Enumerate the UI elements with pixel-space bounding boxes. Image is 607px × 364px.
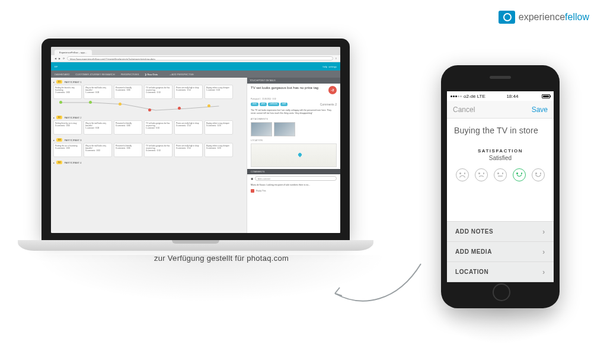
touchpoint-card[interactable]: TV set looks gorgeous but has no price t… (144, 85, 172, 99)
brand-logo: experiencefellow (499, 11, 589, 24)
phone-device: o2-de LTE 18:44 Cancel Save Buying the T… (441, 65, 560, 308)
add-perspective-button[interactable]: + ADD PERSPECTIVE (170, 73, 194, 76)
lane-tag: 04 (56, 161, 62, 164)
save-button[interactable]: Save (532, 106, 548, 114)
comment-row: Maria de Souza: Looking into point of sa… (247, 183, 340, 188)
tag[interactable]: store (251, 103, 258, 106)
forward-icon[interactable]: ▶ (59, 57, 60, 60)
details-header: TOUCHPOINT DETAILS (247, 78, 340, 84)
clock: 18:44 (506, 94, 518, 99)
brand-name-bold: fellow (565, 12, 589, 22)
topbar-link-settings[interactable]: settings (328, 65, 337, 68)
entry-title-input[interactable]: Buying the TV in store (454, 126, 547, 135)
subnav-perspectives[interactable]: PERSPECTIVES (121, 73, 139, 76)
touchpoint-card[interactable]: Buying online is way cheaper0 comments ·… (205, 120, 233, 135)
journey-lanes: ▸ 01 PARTICIPANT 1 Finding the brand is … (51, 78, 247, 233)
chevron-right-icon: › (542, 247, 545, 256)
details-panel: TOUCHPOINT DETAILS TV set looks gorgeous… (247, 78, 340, 233)
lane-tag: 03 (56, 138, 62, 142)
face-very-happy-icon[interactable] (532, 168, 545, 181)
lane-toggle-icon[interactable]: ▸ (53, 116, 55, 119)
add-media-row[interactable]: ADD MEDIA› (447, 242, 554, 262)
touchpoint-card[interactable]: Parking the car is frustrating0 comments… (53, 143, 82, 157)
comments-count: Comments 2 (320, 103, 337, 106)
face-neutral-icon[interactable] (494, 168, 507, 181)
phone-shadow (435, 308, 566, 344)
signal-icon (451, 95, 462, 97)
lane: ▸ 03 PARTICIPANT 3 Parking the car is fr… (53, 138, 244, 157)
location-label: LOCATION (455, 269, 488, 275)
watermark-text: zur Verfügung gestellt für photaq.com (154, 254, 289, 263)
lane-title: PARTICIPANT 4 (64, 161, 81, 164)
menu-icon[interactable]: ≡ (336, 57, 337, 60)
touchpoint-card[interactable]: Finding the brand is very frustrating2 c… (53, 85, 82, 99)
touchpoint-card[interactable]: Prices are really high in shop0 comments… (174, 85, 203, 99)
touchpoint-card[interactable]: Buying online is way cheaper0 comments ·… (205, 143, 233, 157)
lane: ▸ 01 PARTICIPANT 1 Finding the brand is … (53, 80, 244, 112)
satisfaction-score-badge: -2 (328, 86, 337, 94)
mood-sparkline (55, 100, 244, 112)
nav-bar: Cancel Save (447, 101, 554, 119)
phone-body: Buying the TV in store SATISFACTION Sati… (447, 119, 554, 221)
url-field[interactable]: https://app.experiencefellow.com/#!/stor… (67, 56, 333, 60)
satisfaction-label: SATISFACTION (454, 148, 547, 154)
touchpoint-card[interactable]: Prices are really high in shop0 comments… (174, 120, 203, 135)
lane-toggle-icon[interactable]: ▸ (53, 161, 55, 164)
face-sad-icon[interactable] (475, 168, 488, 181)
tag[interactable]: confusion (268, 103, 279, 106)
back-icon[interactable]: ◀ (55, 57, 56, 60)
touchpoint-card[interactable]: TV set looks gorgeous but has no price t… (144, 143, 172, 157)
attachment-thumb[interactable] (251, 122, 272, 136)
add-notes-row[interactable]: ADD NOTES› (447, 222, 554, 242)
brand-name: experiencefellow (519, 12, 589, 23)
tag[interactable]: price (260, 103, 267, 106)
lane-tag: 02 (56, 116, 62, 119)
breadcrumb: ❯ Raw Data (145, 73, 158, 76)
lane-title: PARTICIPANT 2 (64, 116, 81, 119)
touchpoint-card[interactable]: Getting there by car is easy0 comments ·… (53, 120, 82, 135)
brand-badge-icon (499, 11, 515, 24)
subnav-dashboard[interactable]: DASHBOARD (55, 73, 69, 76)
add-media-label: ADD MEDIA (455, 248, 492, 255)
topbar-link-help[interactable]: help (322, 65, 327, 68)
touchpoint-card[interactable]: Personnel is friendly0 comments · 0:06 (114, 120, 142, 135)
add-notes-label: ADD NOTES (455, 228, 493, 235)
details-description: The TV set looks impressive but I am rea… (247, 107, 340, 117)
browser-tabstrip: ExperienceFellow – app… (51, 47, 340, 55)
app-logo[interactable]: EF (55, 65, 57, 68)
touchpoint-card[interactable]: Personnel is friendly0 comments · 0:06 (114, 143, 142, 157)
cancel-button[interactable]: Cancel (453, 106, 475, 114)
touchpoint-card[interactable]: Way to the mall looks very beautiful1 co… (84, 120, 112, 135)
touchpoint-card[interactable]: TV set looks gorgeous but has no price t… (144, 120, 172, 135)
details-title: TV set looks gorgeous but has no price t… (251, 86, 326, 90)
subnav-research[interactable]: CUSTOMER JOURNEY RESEARCH (75, 73, 114, 76)
browser-window: ExperienceFellow – app… ◀ ▶ ⟳ https://ap… (51, 47, 340, 233)
touchpoint-card[interactable]: Personnel is friendly0 comments · 0:06 (114, 85, 142, 99)
attachment-thumb[interactable] (274, 122, 295, 136)
lane-toggle-icon[interactable]: ▸ (53, 139, 55, 142)
location-map[interactable] (251, 143, 337, 167)
touchpoint-card[interactable]: Buying online is way cheaper1 comment · … (205, 85, 233, 99)
touchpoint-card[interactable]: Way to the mall looks very beautiful1 co… (84, 85, 112, 99)
touchpoint-card[interactable]: Prices are really high in shop0 comments… (174, 143, 203, 157)
avatar-icon: ◉ (251, 177, 253, 180)
satisfaction-value: Satisfied (454, 155, 547, 161)
lane: ▸ 02 PARTICIPANT 2 Getting there by car … (53, 116, 244, 135)
browser-toolbar: ◀ ▶ ⟳ https://app.experiencefellow.com/#… (51, 55, 340, 62)
phone-screen: o2-de LTE 18:44 Cancel Save Buying the T… (447, 91, 554, 282)
reply-icon (251, 189, 254, 193)
lane-title: PARTICIPANT 1 (64, 81, 81, 84)
face-very-sad-icon[interactable] (456, 168, 469, 181)
lane-toggle-icon[interactable]: ▸ (53, 81, 55, 84)
location-row[interactable]: LOCATION› (447, 262, 554, 282)
face-happy-icon[interactable] (513, 168, 526, 181)
add-comment-input[interactable]: Add a comment (255, 176, 337, 181)
location-label: LOCATION (247, 138, 340, 142)
touchpoint-card[interactable]: Way to the mall looks very beautiful0 co… (84, 143, 112, 157)
browser-tab[interactable]: ExperienceFellow – app… (55, 50, 92, 55)
app-subnav: DASHBOARD CUSTOMER JOURNEY RESEARCH PERS… (51, 71, 340, 78)
reload-icon[interactable]: ⟳ (63, 57, 65, 60)
chevron-right-icon: › (542, 227, 545, 236)
reply-row[interactable]: Reply This (247, 188, 340, 194)
tag[interactable]: staff (280, 103, 287, 106)
